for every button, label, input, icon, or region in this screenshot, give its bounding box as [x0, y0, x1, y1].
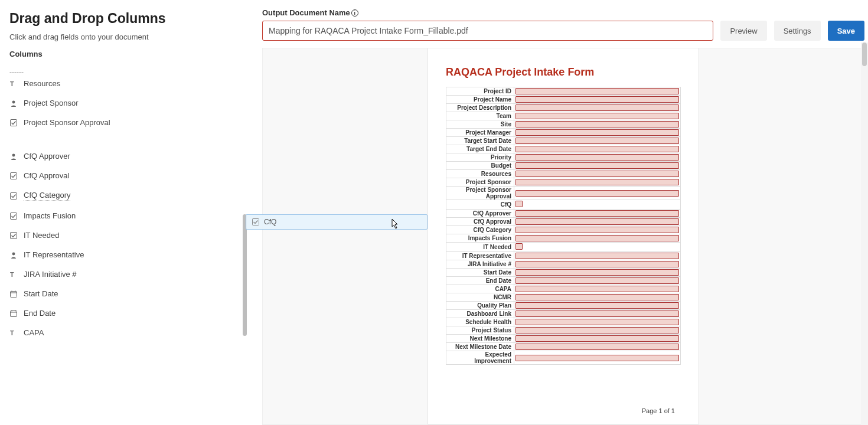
form-row-field-cell — [514, 210, 681, 218]
settings-button[interactable]: Settings — [774, 21, 821, 41]
list-item[interactable]: Start Date — [9, 284, 249, 303]
form-text-field[interactable] — [515, 179, 679, 185]
list-item[interactable]: Impacts Fusion — [9, 206, 249, 225]
form-text-field[interactable] — [515, 286, 679, 292]
form-text-field[interactable] — [515, 88, 679, 94]
text-icon: T — [9, 270, 18, 279]
form-text-field[interactable] — [515, 277, 679, 284]
list-item[interactable]: CfQ Approver — [9, 146, 249, 166]
form-text-field[interactable] — [515, 227, 679, 233]
form-text-field[interactable] — [515, 344, 679, 350]
form-text-field[interactable] — [515, 129, 679, 136]
form-row-field-cell — [514, 200, 681, 210]
form-checkbox-field[interactable] — [515, 243, 523, 250]
save-button[interactable]: Save — [828, 21, 864, 41]
info-icon[interactable]: i — [351, 9, 358, 17]
document-workspace[interactable]: RAQACA Project Intake Form Project IDPro… — [262, 48, 864, 425]
list-item-label: Resources — [24, 79, 60, 88]
form-text-field[interactable] — [515, 335, 679, 342]
list-item-label: Start Date — [24, 289, 58, 298]
form-text-field[interactable] — [515, 302, 679, 309]
table-row: Schedule Health — [446, 318, 681, 326]
svg-text:T: T — [10, 80, 14, 87]
form-text-field[interactable] — [515, 210, 679, 217]
list-item[interactable]: IT Representative — [9, 245, 249, 264]
table-row: CfQ Approval — [446, 218, 681, 226]
list-item[interactable]: IT Needed — [9, 225, 249, 245]
app-root: Drag and Drop Columns Click and drag fie… — [0, 0, 868, 425]
form-row-field-cell — [514, 302, 681, 310]
form-text-field[interactable] — [515, 253, 679, 259]
form-row-field-cell — [514, 335, 681, 343]
output-doc-name-input[interactable] — [262, 21, 713, 41]
form-title: RAQACA Project Intake Form — [446, 66, 681, 79]
columns-heading: Columns — [9, 50, 249, 58]
list-item-label: Project Sponsor Approval — [24, 118, 110, 127]
form-text-field[interactable] — [515, 121, 679, 128]
form-text-field[interactable] — [515, 138, 679, 144]
page-scrollbar-thumb[interactable] — [862, 42, 867, 66]
list-item-label: CfQ Approval — [24, 171, 69, 180]
table-row: Project ID — [446, 87, 681, 96]
form-checkbox-field[interactable] — [515, 201, 523, 207]
form-row-label: Impacts Fusion — [446, 234, 514, 243]
svg-rect-14 — [11, 310, 17, 316]
list-item[interactable]: TCAPA — [9, 323, 249, 342]
form-text-field[interactable] — [515, 104, 679, 111]
form-row-label: JIRA Initiative # — [446, 260, 514, 269]
table-row: Project Description — [446, 104, 681, 112]
form-text-field[interactable] — [515, 171, 679, 177]
svg-text:T: T — [10, 271, 14, 278]
form-text-field[interactable] — [515, 355, 679, 361]
form-row-field-cell — [514, 112, 681, 120]
form-text-field[interactable] — [515, 218, 679, 225]
form-text-field[interactable] — [515, 154, 679, 161]
list-item[interactable]: Project Sponsor Approval — [9, 113, 249, 132]
form-text-field[interactable] — [515, 96, 679, 103]
list-item[interactable]: TResources — [9, 74, 249, 93]
form-text-field[interactable] — [515, 235, 679, 241]
list-item[interactable]: Project Sponsor — [9, 93, 249, 113]
form-row-field-cell — [514, 129, 681, 137]
form-text-field[interactable] — [515, 310, 679, 317]
table-row: Project Status — [446, 326, 681, 335]
drag-ghost[interactable]: CfQ — [246, 214, 428, 230]
person-icon — [9, 251, 18, 259]
form-row-label: CfQ Approver — [446, 210, 514, 218]
form-row-field-cell — [514, 252, 681, 260]
table-row: Priority — [446, 153, 681, 162]
form-row-field-cell — [514, 162, 681, 170]
list-item[interactable]: TJIRA Initiative # — [9, 264, 249, 284]
form-text-field[interactable] — [515, 294, 679, 300]
form-text-field[interactable] — [515, 190, 679, 197]
preview-button[interactable]: Preview — [720, 21, 766, 41]
form-text-field[interactable] — [515, 146, 679, 152]
form-text-field[interactable] — [515, 269, 679, 276]
page-scrollbar[interactable] — [861, 42, 868, 425]
form-text-field[interactable] — [515, 319, 679, 325]
form-row-field-cell — [514, 170, 681, 178]
list-item[interactable]: CfQ Approval — [9, 166, 249, 185]
list-item[interactable]: ------ — [9, 63, 249, 74]
person-icon — [9, 99, 18, 107]
page-number: Page 1 of 1 — [642, 407, 675, 414]
list-item[interactable]: CfQ Category — [9, 185, 249, 206]
sidebar-scrollbar-thumb[interactable] — [243, 214, 247, 336]
form-row-label: Next Milestone Date — [446, 343, 514, 351]
table-row: End Date — [446, 277, 681, 285]
svg-rect-4 — [11, 172, 17, 179]
list-item-label: IT Needed — [24, 231, 59, 240]
table-row: CAPA — [446, 285, 681, 293]
list-item[interactable]: End Date — [9, 303, 249, 323]
form-text-field[interactable] — [515, 113, 679, 119]
checkbox-icon — [9, 231, 18, 240]
calendar-icon — [9, 290, 18, 298]
form-text-field[interactable] — [515, 261, 679, 267]
table-row: Project Sponsor — [446, 178, 681, 187]
form-row-field-cell — [514, 218, 681, 226]
form-text-field[interactable] — [515, 162, 679, 169]
table-row: Impacts Fusion — [446, 234, 681, 243]
form-text-field[interactable] — [515, 327, 679, 334]
form-row-label: Budget — [446, 162, 514, 170]
table-row: Target End Date — [446, 145, 681, 153]
